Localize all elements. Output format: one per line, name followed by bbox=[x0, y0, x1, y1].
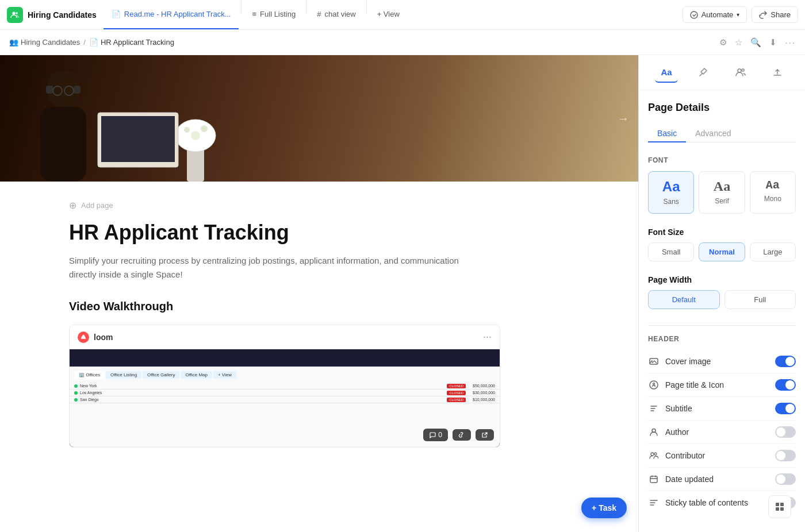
nav-divider-1 bbox=[241, 0, 241, 14]
tab-readme-label: Read.me - HR Applicant Track... bbox=[124, 10, 231, 18]
video-row-3: San Diego CLOSED $10,000,000 bbox=[70, 396, 500, 403]
font-mono-preview: Aa bbox=[755, 179, 791, 192]
more-icon[interactable]: ··· bbox=[785, 37, 796, 47]
app-grid-button[interactable] bbox=[768, 495, 791, 518]
svg-point-0 bbox=[13, 11, 16, 14]
main-area: → ⊕ Add page HR Applicant Tracking Simpl… bbox=[0, 55, 805, 532]
tab-chat-view[interactable]: # chat view bbox=[309, 0, 363, 29]
toggle-row-author: Author bbox=[648, 421, 796, 444]
workspace-name: Hiring Candidates bbox=[28, 10, 97, 20]
task-button[interactable]: + Task bbox=[581, 498, 627, 518]
breadcrumb-bar: 👥 Hiring Candidates / 📄 HR Applicant Tra… bbox=[0, 30, 805, 55]
page-subtitle: Simplify your recruiting process by cent… bbox=[69, 254, 471, 282]
tab-add-view[interactable]: + View bbox=[369, 0, 408, 29]
subtitle-icon bbox=[648, 403, 660, 414]
toggle-contributor-switch[interactable] bbox=[775, 450, 796, 461]
page-width-default[interactable]: Default bbox=[648, 290, 720, 309]
page-body: ⊕ Add page HR Applicant Tracking Simplif… bbox=[0, 182, 518, 494]
share-label: Share bbox=[770, 10, 791, 19]
share-button[interactable]: Share bbox=[752, 6, 798, 23]
panel-tab-upload[interactable] bbox=[766, 62, 789, 83]
search-icon[interactable]: 🔍 bbox=[750, 37, 761, 48]
video-embed: loom ··· 🏢 Offices Office Listing Office… bbox=[69, 325, 500, 448]
font-size-large[interactable]: Large bbox=[750, 242, 796, 261]
svg-point-1 bbox=[16, 12, 18, 14]
toggle-row-page-title: Page title & Icon bbox=[648, 373, 796, 397]
text-format-icon: Aa bbox=[661, 67, 672, 77]
svg-rect-4 bbox=[40, 107, 86, 182]
video-overlay-bar: 🏢 Offices Office Listing Office Gallery … bbox=[70, 371, 500, 379]
panel-sub-tabs: Basic Advanced bbox=[648, 125, 796, 142]
page-width-full-label: Full bbox=[754, 295, 766, 304]
breadcrumb-current[interactable]: 📄 HR Applicant Tracking bbox=[89, 38, 174, 47]
download-icon[interactable]: ⬇ bbox=[769, 37, 777, 48]
svg-rect-33 bbox=[780, 507, 784, 511]
breadcrumb-parent-icon: 👥 bbox=[9, 38, 18, 47]
date-updated-icon bbox=[648, 473, 660, 485]
add-page-label: Add page bbox=[81, 201, 113, 210]
breadcrumb-separator: / bbox=[83, 38, 86, 47]
font-option-sans[interactable]: Aa Sans bbox=[648, 171, 694, 214]
font-option-mono[interactable]: Aa Mono bbox=[750, 171, 796, 214]
toggle-author-switch[interactable] bbox=[775, 426, 796, 438]
font-option-serif[interactable]: Aa Serif bbox=[699, 171, 745, 214]
video-comments-btn[interactable]: 0 bbox=[423, 429, 448, 441]
toggle-contributor-knob bbox=[776, 451, 785, 460]
font-size-large-label: Large bbox=[763, 248, 782, 256]
automate-button[interactable]: Automate ▾ bbox=[683, 6, 747, 23]
page-width-default-label: Default bbox=[672, 295, 696, 304]
add-page-icon: ⊕ bbox=[69, 200, 76, 211]
nav-divider-3 bbox=[366, 0, 367, 14]
video-preview[interactable]: 🏢 Offices Office Listing Office Gallery … bbox=[70, 349, 500, 447]
font-sans-name: Sans bbox=[663, 198, 678, 206]
add-page-hint[interactable]: ⊕ Add page bbox=[69, 200, 471, 211]
toggle-sticky-toc-label: Sticky table of contents bbox=[665, 498, 775, 507]
cover-nav-arrow[interactable]: → bbox=[618, 112, 629, 125]
breadcrumb-actions: ⚙ ☆ 🔍 ⬇ ··· bbox=[719, 37, 796, 48]
automate-icon bbox=[690, 11, 698, 19]
video-more-icon[interactable]: ··· bbox=[483, 331, 492, 343]
panel-section-title: Page Details bbox=[648, 102, 796, 114]
font-size-normal[interactable]: Normal bbox=[699, 242, 745, 261]
upload-icon bbox=[772, 67, 783, 78]
font-size-group: Font Size Small Normal Large bbox=[648, 228, 796, 261]
toggle-subtitle-knob bbox=[785, 404, 795, 413]
toggle-cover-image-switch[interactable] bbox=[775, 356, 796, 367]
video-open-btn[interactable] bbox=[476, 429, 494, 441]
video-table: New York CLOSED $50,000,000 Los Angeles … bbox=[70, 383, 500, 403]
panel-sub-tab-basic[interactable]: Basic bbox=[648, 125, 686, 142]
video-link-btn[interactable] bbox=[453, 429, 471, 441]
tab-full-listing[interactable]: ≡ Full Listing bbox=[244, 0, 304, 29]
font-size-small[interactable]: Small bbox=[648, 242, 694, 261]
panel-tab-users[interactable] bbox=[729, 62, 752, 83]
automate-label: Automate bbox=[702, 10, 734, 19]
video-tab-offices: 🏢 Offices bbox=[74, 371, 105, 379]
video-row-1: New York CLOSED $50,000,000 bbox=[70, 383, 500, 390]
toggle-author-label: Author bbox=[665, 427, 775, 437]
loom-label: loom bbox=[94, 333, 113, 342]
toggle-contributor-label: Contributor bbox=[665, 451, 775, 460]
breadcrumb-parent[interactable]: 👥 Hiring Candidates bbox=[9, 38, 80, 47]
toggle-date-updated-switch[interactable] bbox=[775, 473, 796, 485]
svg-point-25 bbox=[653, 383, 655, 385]
font-options: Aa Sans Aa Serif Aa Mono bbox=[648, 171, 796, 214]
loom-icon bbox=[78, 331, 89, 343]
panel-tab-text[interactable]: Aa bbox=[655, 62, 678, 83]
font-size-label: Font Size bbox=[648, 228, 796, 237]
settings-icon[interactable]: ⚙ bbox=[719, 37, 727, 48]
star-icon[interactable]: ☆ bbox=[735, 37, 742, 48]
page-title: HR Applicant Tracking bbox=[69, 220, 471, 245]
toggle-page-title-switch[interactable] bbox=[775, 379, 796, 391]
share-icon bbox=[759, 11, 767, 19]
section-heading: Video Walkthrough bbox=[69, 300, 471, 313]
toggle-subtitle-switch[interactable] bbox=[775, 403, 796, 414]
tab-readme[interactable]: 📄 Read.me - HR Applicant Track... bbox=[103, 0, 239, 29]
users-icon bbox=[735, 67, 746, 78]
app-logo[interactable]: Hiring Candidates bbox=[7, 7, 97, 23]
svg-rect-5 bbox=[46, 86, 53, 94]
page-width-full[interactable]: Full bbox=[724, 290, 796, 309]
panel-tab-brush[interactable] bbox=[692, 62, 715, 83]
panel-sub-tab-advanced[interactable]: Advanced bbox=[686, 125, 740, 142]
breadcrumb-parent-label: Hiring Candidates bbox=[21, 38, 80, 47]
tab-add-view-label: + View bbox=[377, 10, 400, 18]
